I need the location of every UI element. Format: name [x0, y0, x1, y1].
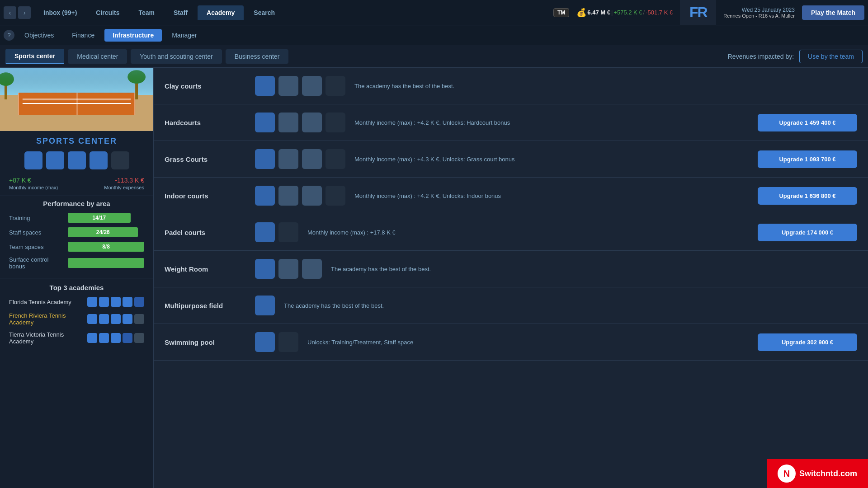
business-center-tab[interactable]: Business center [226, 49, 289, 64]
star-3 [68, 151, 86, 169]
perf-surface-bar-wrap [68, 258, 144, 268]
nav-tab-academy[interactable]: Academy [198, 5, 244, 20]
left-panel: SPORTS CENTER +87 K € -113.3 K € Monthly… [0, 68, 154, 488]
nav-tab-circuits[interactable]: Circuits [87, 5, 128, 20]
star-1a [87, 297, 97, 307]
top3-row-2: French Riviera Tennis Academy [9, 312, 144, 326]
star-2 [46, 151, 64, 169]
star-1e [134, 297, 144, 307]
revenues-section: Revenues impacted by: Use by the team [728, 50, 863, 63]
sports-center-tab[interactable]: Sports center [5, 49, 64, 64]
performance-section: Performance by area Training 14/17 Staff… [0, 196, 153, 278]
star-3a [87, 333, 97, 343]
facility-padel-courts: Padel courts Monthly income (max) : +17.… [154, 214, 868, 251]
finance-main: 6.47 M € [587, 9, 610, 16]
padel-courts-upgrade-btn[interactable]: Upgrade 174 000 € [758, 224, 857, 241]
svg-rect-7 [23, 103, 131, 104]
top3-title: Top 3 academies [9, 284, 144, 297]
perf-surface-label: Surface control bonus [9, 256, 63, 270]
indoor-block-1 [255, 186, 275, 206]
tm-badge: TM [553, 8, 569, 17]
clay-courts-desc: The academy has the best of the best. [354, 83, 857, 89]
image-inner [0, 68, 153, 131]
swimming-pool-upgrade-btn[interactable]: Upgrade 302 900 € [758, 333, 857, 351]
date-match-area: Wed 25 January 2023 Rennes Open - R16 vs… [723, 7, 795, 19]
help-button[interactable]: ? [4, 30, 14, 41]
nintendo-logo: N [778, 465, 796, 483]
perf-team-bar: 8/8 [68, 242, 144, 252]
star-3b [99, 333, 109, 343]
star-2b [99, 314, 109, 324]
facility-grass-courts: Grass Courts Monthly income (max) : +4.3… [154, 141, 868, 178]
play-match-button[interactable]: Play the Match [802, 5, 864, 20]
star-5-empty [111, 151, 129, 169]
clay-block-4 [326, 76, 345, 96]
nav-tab-team[interactable]: Team [129, 5, 164, 20]
multipurpose-label: Multipurpose field [165, 302, 246, 310]
hardcourts-upgrade-btn[interactable]: Upgrade 1 459 400 € [758, 114, 857, 131]
manager-tab[interactable]: Manager [164, 29, 205, 42]
swimming-pool-blocks [255, 332, 298, 352]
facility-swimming-pool: Swimming pool Unlocks: Training/Treatmen… [154, 324, 868, 361]
grass-block-1 [255, 149, 275, 169]
finance-display: 💰 6.47 M € | +575.2 K € / -501.7 K € [576, 8, 673, 18]
expenses-label: Monthly expenses [104, 185, 144, 190]
finance-tab[interactable]: Finance [64, 29, 103, 42]
top3-academy-1: Florida Tennis Academy [9, 299, 84, 305]
padel-courts-desc: Monthly income (max) : +17.8 K € [307, 229, 749, 236]
indoor-courts-upgrade-btn[interactable]: Upgrade 1 636 800 € [758, 187, 857, 205]
weight-room-blocks [255, 259, 322, 279]
nav-tab-search[interactable]: Search [245, 5, 284, 20]
sports-center-stars [0, 148, 153, 173]
objectives-tab[interactable]: Objectives [16, 29, 62, 42]
svg-rect-5 [18, 93, 19, 115]
padel-block-1 [255, 222, 275, 242]
star-1 [24, 151, 42, 169]
facility-multipurpose: Multipurpose field The academy has the b… [154, 287, 868, 324]
third-navigation: Sports center Medical center Youth and s… [0, 45, 868, 68]
forward-arrow[interactable]: › [18, 6, 31, 19]
star-2a [87, 314, 97, 324]
infrastructure-tab[interactable]: Infrastructure [104, 29, 162, 42]
youth-scouting-tab[interactable]: Youth and scouting center [131, 49, 222, 64]
logo-box: FR [680, 0, 716, 25]
hard-block-4 [326, 113, 345, 132]
clay-block-1 [255, 76, 275, 96]
finance-negative: -501.7 K € [646, 9, 673, 16]
income-labels: Monthly income (max) Monthly expenses [0, 185, 153, 196]
top-right-area: TM 💰 6.47 M € | +575.2 K € / -501.7 K € … [553, 0, 864, 25]
facility-hardcourts: Hardcourts Monthly income (max) : +4.2 K… [154, 104, 868, 141]
grass-courts-upgrade-btn[interactable]: Upgrade 1 093 700 € [758, 150, 857, 168]
star-3e [134, 333, 144, 343]
finance-positive: +575.2 K € [613, 9, 642, 16]
use-by-team-button[interactable]: Use by the team [799, 50, 863, 63]
clay-courts-blocks [255, 76, 345, 96]
perf-surface: Surface control bonus [9, 256, 144, 270]
nav-tab-staff[interactable]: Staff [165, 5, 197, 20]
grass-block-2 [278, 149, 298, 169]
nintendo-label: Switchntd.com [799, 469, 857, 479]
monthly-expenses-value: -113.3 K € [115, 177, 144, 184]
hardcourts-desc: Monthly income (max) : +4.2 K €, Unlocks… [354, 119, 749, 126]
top3-row-1: Florida Tennis Academy [9, 297, 144, 307]
second-navigation: ? Objectives Finance Infrastructure Mana… [0, 25, 868, 45]
pool-block-2 [278, 332, 298, 352]
perf-surface-bar [68, 258, 144, 268]
revenues-label: Revenues impacted by: [728, 53, 794, 60]
nav-tab-inbox[interactable]: Inbox (99+) [34, 5, 86, 20]
indoor-courts-desc: Monthly income (max) : +4.2 K €, Unlocks… [354, 192, 749, 199]
top3-stars-2 [87, 314, 144, 324]
star-1d [123, 297, 132, 307]
facility-indoor-courts: Indoor courts Monthly income (max) : +4.… [154, 178, 868, 214]
grass-courts-desc: Monthly income (max) : +4.3 K €, Unlocks… [354, 156, 749, 163]
perf-training-label: Training [9, 215, 63, 221]
hardcourts-blocks [255, 113, 345, 132]
perf-training: Training 14/17 [9, 213, 144, 223]
multipurpose-desc: The academy has the best of the best. [284, 302, 857, 309]
match-detail: Rennes Open - R16 vs A. Muller [723, 13, 795, 19]
multi-block-1 [255, 296, 275, 315]
back-arrow[interactable]: ‹ [4, 6, 16, 19]
medical-center-tab[interactable]: Medical center [68, 49, 127, 64]
star-4 [90, 151, 108, 169]
top3-row-3: Tierra Victoria Tennis Academy [9, 331, 144, 345]
